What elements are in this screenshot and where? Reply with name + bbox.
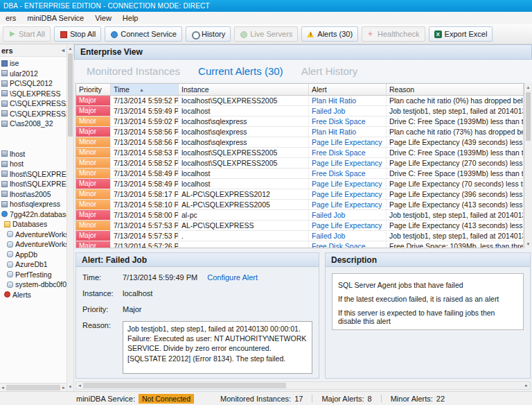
scroll-right-icon[interactable]: ►: [62, 384, 66, 391]
configure-alert-link[interactable]: Configure Alert: [207, 273, 258, 282]
tree-item[interactable]: ular2012: [0, 69, 66, 79]
scroll-left-icon[interactable]: ◄: [78, 382, 82, 389]
tree-item[interactable]: lhost\SQLEXPRESS2012: [0, 179, 66, 189]
alert-row[interactable]: Major 7/13/2014 5:57:26 PM . Free Disk S…: [76, 241, 524, 248]
alert-type-link[interactable]: Page Life Expectancy: [309, 200, 387, 209]
tree-item[interactable]: PC\SQL2012: [0, 78, 66, 89]
collapse-panel-icon[interactable]: ◂: [62, 47, 64, 53]
scroll-up-icon[interactable]: ▲: [526, 84, 531, 91]
scrollbar-thumb[interactable]: [68, 53, 73, 137]
tree-item[interactable]: PerfTesting: [0, 270, 66, 280]
column-header-instance[interactable]: Instance: [179, 84, 309, 95]
column-header-reason[interactable]: Reason: [387, 84, 524, 95]
tree-item[interactable]: Databases: [0, 219, 66, 230]
alert-type-link[interactable]: Free Disk Space: [309, 148, 387, 157]
menu-item[interactable]: View: [89, 13, 117, 23]
toolbar-button-label: Start All: [19, 30, 45, 38]
view-tab[interactable]: Monitored Instances: [87, 65, 180, 77]
tree-item[interactable]: system-dbbc0f08-cca...: [0, 279, 66, 290]
toolbar-button[interactable]: Healthcheck: [362, 26, 425, 42]
toolbar-button[interactable]: Stop All: [54, 26, 101, 42]
alert-type-link[interactable]: Free Disk Space: [309, 117, 387, 126]
toolbar-button[interactable]: Start All: [3, 26, 51, 42]
scroll-down-icon[interactable]: ▼: [526, 241, 531, 248]
alert-type-link[interactable]: Page Life Expectancy: [309, 137, 387, 147]
alert-row[interactable]: Minor 7/13/2014 5:58:52 PM localhost\SQL…: [76, 158, 524, 169]
alert-type-link[interactable]: Plan Hit Ratio: [309, 127, 387, 137]
tree-item[interactable]: AppDb: [0, 250, 66, 260]
view-tab[interactable]: Current Alerts (30): [198, 65, 283, 77]
scrollbar-thumb[interactable]: [83, 383, 286, 388]
view-tab[interactable]: Alert History: [301, 65, 358, 77]
tree-item[interactable]: [0, 129, 66, 139]
alert-row[interactable]: Minor 7/13/2014 5:59:02 PM localhost\sql…: [76, 117, 524, 127]
tree-item[interactable]: \SQLEXPRESS: [0, 89, 66, 99]
tree-vertical-scrollbar[interactable]: ▲ ▼: [66, 44, 74, 391]
column-header-priority[interactable]: Priority: [76, 84, 111, 95]
alert-type-link[interactable]: Page Life Expectancy: [309, 158, 387, 168]
alert-type-link[interactable]: Failed Job: [309, 210, 387, 220]
toolbar-button[interactable]: Live Servers: [234, 26, 298, 42]
alert-row[interactable]: Major 7/13/2014 5:59:49 PM localhost Fai…: [76, 106, 524, 117]
alert-row[interactable]: Minor 7/13/2014 5:58:53 PM localhost\SQL…: [76, 148, 524, 158]
alert-type-link[interactable]: Page Life Expectancy: [309, 189, 387, 199]
tree-item[interactable]: 7gg422n.database.windows...: [0, 209, 66, 220]
toolbar-button[interactable]: History: [186, 26, 231, 42]
alert-row[interactable]: Minor 7/13/2014 5:58:56 PM localhost\sql…: [76, 137, 524, 148]
column-header-alert[interactable]: Alert: [309, 84, 387, 95]
tree-item[interactable]: [0, 139, 66, 149]
tree-item[interactable]: host: [0, 159, 66, 169]
alert-type-link[interactable]: Failed Job: [309, 106, 387, 116]
alert-row[interactable]: Major 7/13/2014 5:58:49 PM localhost Pag…: [76, 179, 524, 189]
scroll-up-icon[interactable]: ▲: [69, 45, 73, 52]
main-horizontal-scrollbar[interactable]: ◄ ►: [76, 381, 531, 390]
alert-row[interactable]: Major 7/13/2014 5:58:00 PM al-pc Failed …: [76, 210, 524, 221]
monitored-instances-value: 17: [294, 395, 303, 403]
alert-row[interactable]: Minor 7/13/2014 5:57:53 PM AL-PC\SQLEXPR…: [76, 221, 524, 231]
tree-item[interactable]: host\sqlexpress: [0, 199, 66, 209]
scroll-left-icon[interactable]: ◄: [1, 384, 5, 391]
scroll-down-icon[interactable]: ▼: [69, 384, 73, 390]
tree-item[interactable]: lhost\as2005: [0, 189, 66, 200]
scrollbar-thumb[interactable]: [6, 385, 60, 390]
alert-row[interactable]: Major 7/13/2014 5:57:53 PM . Failed Job …: [76, 231, 524, 241]
menu-item[interactable]: Help: [117, 13, 144, 23]
alert-row[interactable]: Major 7/13/2014 5:59:52 PM localhost\SQL…: [76, 96, 524, 106]
alert-type-link[interactable]: Free Disk Space: [309, 169, 387, 178]
tree-item[interactable]: lhost\SQLEXPRESS2005: [0, 169, 66, 180]
alert-type-link[interactable]: Failed Job: [309, 231, 387, 241]
tree-item[interactable]: C\SQLEXPRESS2012: [0, 109, 66, 119]
alert-type-link[interactable]: Page Life Expectancy: [309, 221, 387, 230]
tree-item[interactable]: C\as2008_32: [0, 119, 66, 129]
time-value: 7/13/2014 5:59:49 PM: [123, 273, 197, 282]
alert-row[interactable]: Major 7/13/2014 5:58:56 PM localhost\sql…: [76, 127, 524, 137]
enterprise-view-header: Enterprise View: [74, 44, 532, 60]
scroll-right-icon[interactable]: ►: [524, 382, 529, 389]
tree-item-label: lhost\SQLEXPRESS2005: [10, 170, 66, 178]
alert-row[interactable]: Minor 7/13/2014 5:58:49 PM localhost Fre…: [76, 169, 524, 179]
alert-row[interactable]: Minor 7/13/2014 5:58:10 PM AL-PC\SQLEXPR…: [76, 200, 524, 210]
tree-item[interactable]: Alerts: [0, 290, 66, 300]
toolbar-button[interactable]: Connect Service: [105, 26, 182, 42]
tree-item[interactable]: AzureDb1: [0, 259, 66, 270]
alert-type-link[interactable]: Free Disk Space: [309, 241, 387, 248]
menu-item[interactable]: miniDBA Service: [21, 13, 89, 23]
alert-type-link[interactable]: Page Life Expectancy: [309, 179, 387, 189]
tree-item-label: C\SQLEXPRESS2012: [10, 110, 66, 118]
tree-item[interactable]: ise: [0, 58, 66, 69]
toolbar-button[interactable]: Export Excel: [429, 26, 493, 42]
column-header-time[interactable]: Time ▲: [111, 84, 179, 95]
menu-item[interactable]: ers: [0, 13, 21, 23]
alert-type-link[interactable]: Plan Hit Ratio: [309, 96, 387, 105]
tree-horizontal-scrollbar[interactable]: ◄ ►: [0, 383, 66, 391]
scrollbar-thumb[interactable]: [526, 92, 531, 141]
tree-item[interactable]: AdventureWorks2012: [0, 230, 66, 240]
tree-item[interactable]: AdventureWorks2012: [0, 239, 66, 250]
table-vertical-scrollbar[interactable]: ▲ ▼: [524, 83, 532, 248]
server-icon: [1, 110, 8, 117]
tree-item[interactable]: lhost: [0, 149, 66, 160]
priority-badge: Major: [76, 241, 110, 248]
alert-row[interactable]: Minor 7/13/2014 5:58:17 PM AL-PC\SQLEXPR…: [76, 189, 524, 200]
tree-item[interactable]: C\SQLEXPRESS2005: [0, 98, 66, 109]
toolbar-button[interactable]: Alerts (30): [301, 26, 358, 42]
